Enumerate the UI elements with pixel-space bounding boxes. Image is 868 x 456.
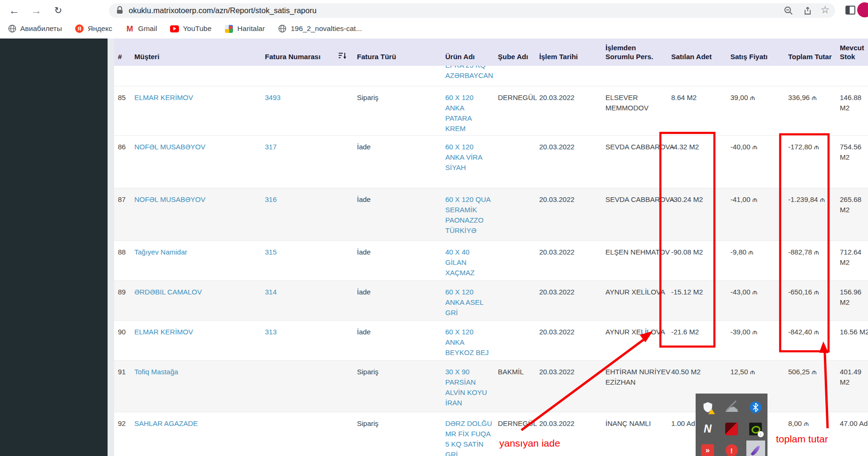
cell-urun-adi[interactable]: 30 X 90PARSİANALVİN KOYUİRAN [442,361,494,412]
youtube-icon [170,24,179,33]
bookmark-novalties[interactable]: 196_2_novalties-cat... [278,24,362,33]
cell-islem-tarihi: 20.03.2022 [535,241,602,280]
header-fatura-numarasi[interactable]: Fatura Numarası [261,52,353,66]
bookmark-star-icon[interactable]: ☆ [821,4,829,15]
nahimic-icon[interactable]: N [704,423,712,435]
bookmarks-bar: Авиабилеты Я Яндекс M Gmail YouTube Hari… [0,21,868,37]
header-sorumlu-pers[interactable]: İşlemden Sorumlu Pers. [602,43,667,66]
nvidia-geforce-icon[interactable] [749,423,762,435]
cell-sube-adi [494,241,535,280]
cell-satilan-adet: -4.32 M2 [667,136,727,188]
cell-sube-adi [494,321,535,360]
cell-fatura-no [261,361,353,412]
header-sube-adi[interactable]: Şube Adı [494,52,535,66]
purple-feather-icon[interactable] [746,441,765,456]
cell-sube-adi: BAKMİL [494,361,535,412]
bookmark-label: Gmail [138,24,157,33]
cell-fatura-turu: İade [353,136,442,188]
cell-fatura-turu: İade [353,241,442,280]
zoom-out-icon[interactable] [783,6,794,16]
cell-islem-tarihi: 20.03.2022 [535,136,602,188]
share-icon[interactable] [802,6,813,16]
msi-dragon-center-icon[interactable] [725,423,738,435]
reload-icon[interactable]: ↻ [51,3,66,18]
header-urun-adi[interactable]: Ürün Adı [442,52,494,66]
table-row: 87NOFƏL MUSABƏYOV316İade60 X 120 QUASERA… [114,188,868,241]
cell-sorumlu-pers: ELŞEN NEHMATOV [602,241,667,280]
table-row: 90ELMAR KERİMOV313İade60 X 120ANKABEYKOZ… [114,321,868,361]
alert-bubble-icon[interactable]: ! [726,444,738,456]
cell-sube-adi [494,281,535,320]
cell-num: 91 [114,361,131,412]
cell-fatura-no[interactable]: 317 [261,136,353,188]
bookmark-aviabilety[interactable]: Авиабилеты [8,24,62,33]
cell-musteri[interactable]: Tofiq Mastağa [131,361,261,412]
side-panel-icon[interactable] [845,6,855,15]
header-mevcut-stok[interactable]: Mevcut Stok [836,43,868,66]
cell-fatura-turu: İade [353,188,442,240]
profile-avatar[interactable] [857,2,868,17]
globe-icon [278,24,287,33]
cell-musteri[interactable]: NOFƏL MUSABƏYOV [131,136,261,188]
cell-mevcut-stok: 265.68M2 [836,188,868,240]
cell-mevcut-stok: 401.49M2 [836,361,868,412]
cell-musteri[interactable]: ELMAR KERİMOV [131,321,261,360]
header-islem-tarihi[interactable]: İşlem Tarihi [535,52,602,66]
cell-urun-adi[interactable]: 60 X 120ANKAPATARAKREM [442,86,494,135]
cell-num: 86 [114,136,131,188]
header-satilan-adet[interactable]: Satılan Adet [667,52,727,66]
cell-urun-adi[interactable]: 60 X 120 QUASERAMİKPAONAZZOTÜRKİYƏ [442,188,494,240]
onedrive-cloud-off-icon[interactable]: ☁ [725,400,739,414]
bluetooth-icon[interactable] [750,402,761,413]
annotation-label-toplam-tutar: toplam tutar [776,433,828,445]
cell-urun-adi[interactable]: 60 X 120ANKA ASELGRİ [442,281,494,320]
bookmark-label: Авиабилеты [20,24,62,33]
header-musteri[interactable]: Müşteri [131,52,261,66]
table-row: 88Tağıyev Namidar315İade40 X 40GİLANXAÇM… [114,241,868,281]
bookmark-youtube[interactable]: YouTube [170,24,211,33]
cell-urun-adi[interactable]: 60 X 120ANKABEYKOZ BEJ [442,321,494,360]
cell-satis-fiyati: -39,00 ₼ [727,321,784,360]
cell-musteri[interactable]: SAHLAR AGAZADE [131,412,261,456]
header-num[interactable]: # [114,52,131,66]
bookmark-gmail[interactable]: M Gmail [125,24,157,33]
cell-fatura-no[interactable]: 3493 [261,86,353,135]
cell-islem-tarihi: 20.03.2022 [535,321,602,360]
address-bar[interactable]: okuklu.matrixotoerp.com/azn/Report/stok_… [109,3,835,18]
cell-musteri[interactable]: ELMAR KERİMOV [131,86,261,135]
app-sidebar [0,39,108,456]
cell-sube-adi: DERNEGÜL [494,86,535,135]
red-chevrons-icon[interactable]: » [701,444,714,456]
defender-shield-icon[interactable] [702,401,713,413]
cell-fatura-turu: İade [353,321,442,360]
cell-musteri[interactable]: Tağıyev Namidar [131,241,261,280]
annotation-label-yansiyan-iade: yansıyan iade [499,438,560,449]
cell-sorumlu-pers: ELSEVERMEMMODOV [602,86,667,135]
cell-fatura-no[interactable]: 313 [261,321,353,360]
cell-satilan-adet: -21.6 M2 [667,321,727,360]
sort-descending-icon[interactable] [339,52,347,61]
back-icon[interactable]: ← [7,3,22,18]
cell-mevcut-stok: 754.56M2 [836,136,868,188]
cell-num: 85 [114,86,131,135]
cell-fatura-no[interactable]: 315 [261,241,353,280]
bookmark-yandex[interactable]: Я Яндекс [75,24,112,33]
header-fatura-turu[interactable]: Fatura Türü [353,52,442,66]
cell-satilan-adet: -15.12 M2 [667,281,727,320]
globe-icon [8,24,16,33]
header-satis-fiyati[interactable]: Satış Fiyatı [727,52,784,66]
cell-urun-adi[interactable]: 60 X 120ANKA VİRASİYAH [442,136,494,188]
cell-urun-adi[interactable]: DƏRZ DOLĞUMR FİX FUQA5 KQ SATİNGRİAZƏRBA… [442,412,494,456]
cell-urun-adi[interactable]: 40 X 40GİLANXAÇMAZ [442,241,494,280]
cell-num: 87 [114,188,131,240]
cell-musteri[interactable]: ƏRDƏBIL CAMALOV [131,281,261,320]
cell-islem-tarihi: 20.03.2022 [535,86,602,135]
header-toplam-tutar[interactable]: Toplam Tutar [784,52,836,66]
cell-fatura-no[interactable]: 316 [261,188,353,240]
cell-sube-adi [494,188,535,240]
bookmark-haritalar[interactable]: Haritalar [225,24,265,33]
cell-musteri[interactable]: NOFƏL MUSABƏYOV [131,188,261,240]
cell-fatura-no[interactable]: 314 [261,281,353,320]
cell-satis-fiyati: -43,00 ₼ [727,281,784,320]
forward-icon[interactable]: → [29,3,44,18]
